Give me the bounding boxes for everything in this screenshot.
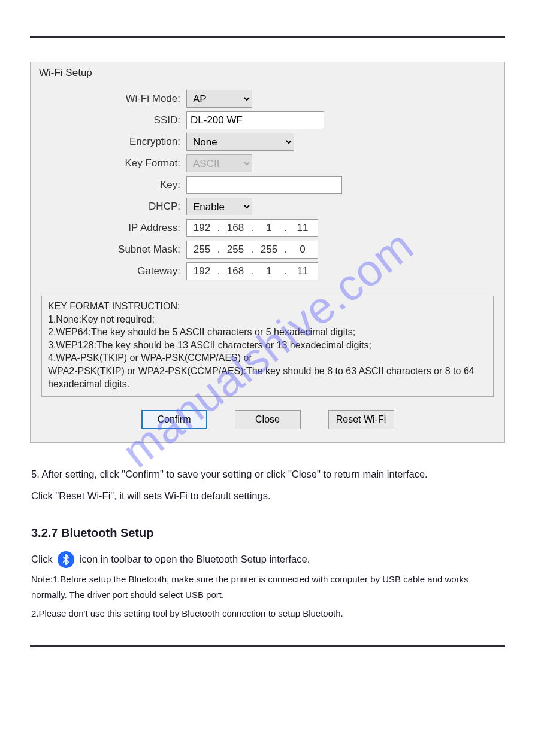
instr-line5: WPA2-PSK(TKIP) or WPA2-PSK(CCMP/AES):The… bbox=[48, 365, 487, 390]
document-body: 5. After setting, click "Confirm" to sav… bbox=[31, 466, 504, 621]
dhcp-select[interactable]: Enable bbox=[186, 198, 252, 215]
key-format-select: ASCII bbox=[186, 154, 252, 172]
gateway-input[interactable]: 192. 168. 1. 11 bbox=[186, 262, 318, 280]
encryption-select[interactable]: None bbox=[186, 133, 294, 151]
confirm-button[interactable]: Confirm bbox=[141, 410, 207, 429]
row-dhcp: DHCP: Enable bbox=[43, 198, 492, 215]
instr-line4: 4.WPA-PSK(TKIP) or WPA-PSK(CCMP/AES) or bbox=[48, 351, 487, 365]
instr-line3: 3.WEP128:The key should be 13 ASCII char… bbox=[48, 339, 487, 352]
row-wifi-mode: Wi-Fi Mode: AP bbox=[43, 90, 492, 108]
key-input[interactable] bbox=[186, 176, 342, 194]
label-wifi-mode: Wi-Fi Mode: bbox=[43, 93, 186, 105]
row-encryption: Encryption: None bbox=[43, 133, 492, 151]
label-gateway: Gateway: bbox=[43, 265, 186, 277]
note-2: 2.Please don't use this setting tool by … bbox=[31, 606, 504, 621]
heading-bluetooth-setup: 3.2.7 Bluetooth Setup bbox=[31, 522, 504, 544]
row-ip: IP Address: 192. 168. 1. 11 bbox=[43, 219, 492, 237]
wifi-mode-select[interactable]: AP bbox=[186, 90, 252, 108]
row-mask: Subnet Mask: 255. 255. 255. 0 bbox=[43, 241, 492, 259]
row-key-format: Key Format: ASCII bbox=[43, 154, 492, 172]
label-ssid: SSID: bbox=[43, 114, 186, 126]
row-ssid: SSID: bbox=[43, 111, 492, 129]
label-encryption: Encryption: bbox=[43, 136, 186, 148]
button-row: Confirm Close Reset Wi-Fi bbox=[31, 397, 504, 442]
instr-heading: KEY FORMAT INSTRUCTION: bbox=[48, 300, 487, 313]
wifi-setup-panel: Wi-Fi Setup Wi-Fi Mode: AP SSID: Encrypt… bbox=[30, 62, 505, 443]
top-rule bbox=[30, 36, 505, 38]
label-key-format: Key Format: bbox=[43, 157, 186, 169]
row-gateway: Gateway: 192. 168. 1. 11 bbox=[43, 262, 492, 280]
row-key: Key: bbox=[43, 176, 492, 194]
note-1: Note:1.Before setup the Bluetooth, make … bbox=[31, 572, 504, 602]
instr-line1: 1.None:Key not required; bbox=[48, 313, 487, 326]
ip-address-input[interactable]: 192. 168. 1. 11 bbox=[186, 219, 318, 237]
label-mask: Subnet Mask: bbox=[43, 244, 186, 256]
para-reset: Click "Reset Wi-Fi", it will sets Wi-Fi … bbox=[31, 487, 504, 505]
reset-wifi-button[interactable]: Reset Wi-Fi bbox=[328, 410, 394, 429]
para-step5: 5. After setting, click "Confirm" to sav… bbox=[31, 466, 504, 484]
close-button[interactable]: Close bbox=[235, 410, 301, 429]
label-ip: IP Address: bbox=[43, 222, 186, 234]
bottom-rule bbox=[30, 645, 505, 647]
bluetooth-icon bbox=[58, 551, 74, 568]
key-format-instruction: KEY FORMAT INSTRUCTION: 1.None:Key not r… bbox=[41, 296, 494, 397]
subnet-mask-input[interactable]: 255. 255. 255. 0 bbox=[186, 241, 318, 259]
label-key: Key: bbox=[43, 179, 186, 191]
para-click-icon: Click icon in toolbar to open the Blueto… bbox=[31, 551, 504, 569]
label-dhcp: DHCP: bbox=[43, 201, 186, 212]
panel-title: Wi-Fi Setup bbox=[31, 62, 504, 81]
form-area: Wi-Fi Mode: AP SSID: Encryption: None bbox=[31, 81, 504, 289]
instr-line2: 2.WEP64:The key should be 5 ASCII charac… bbox=[48, 326, 487, 339]
ssid-input[interactable] bbox=[186, 111, 324, 129]
